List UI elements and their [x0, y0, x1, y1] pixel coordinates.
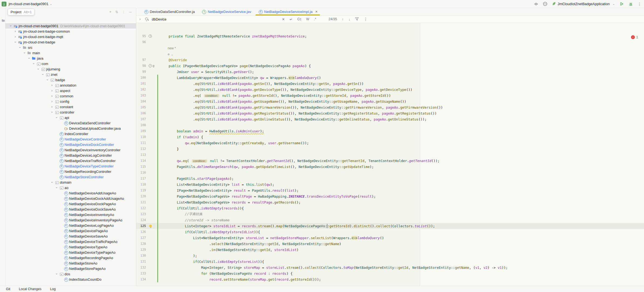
tree-item-NetBadgeDeviceLogPageAo[interactable]: NetBadgeDeviceLogPageAo: [5, 223, 136, 228]
search-icon[interactable]: [145, 17, 149, 21]
overrides-method-icon[interactable]: ↑: [149, 64, 152, 67]
tree-item-dos[interactable]: ›dos: [5, 271, 136, 277]
whole-words-toggle[interactable]: W: [306, 17, 309, 21]
chevron-collapsed-icon[interactable]: ›: [50, 105, 54, 109]
git-tool-window-button[interactable]: Git: [6, 287, 10, 291]
chevron-expanded-icon[interactable]: ›: [46, 78, 49, 82]
tree-item-java[interactable]: ›java: [5, 56, 136, 61]
tree-item-NetBadgeDeviceTrafficPageAo[interactable]: NetBadgeDeviceTrafficPageAo: [5, 239, 136, 244]
code-line-111[interactable]: 111 qw.eq(NetBadgeDeviceEntity::getCreat…: [136, 140, 644, 146]
local-changes-tab[interactable]: Local Changes: [19, 287, 41, 291]
code-line-134[interactable]: 134 record.setStoreName(storeMap.get(rec…: [136, 276, 644, 282]
code-line-96[interactable]: 96: [136, 39, 644, 45]
tree-item-common[interactable]: ›common: [5, 93, 136, 99]
tree-item-NetBadgeStoreAo[interactable]: NetBadgeStoreAo: [5, 260, 136, 266]
code-line-112[interactable]: 112 }: [136, 146, 644, 152]
code-line-104[interactable]: 104 .eq(StrUtil.isNotBlank(pageAo.getUsa…: [136, 98, 644, 104]
code-line-130[interactable]: 130 );: [136, 253, 644, 259]
tree-item-controller[interactable]: ›controller: [5, 109, 136, 115]
chevron-collapsed-icon[interactable]: ›: [13, 29, 17, 33]
tree-item-NetBadgeDeviceLogController[interactable]: NetBadgeDeviceLogController: [5, 153, 136, 158]
chevron-expanded-icon[interactable]: ›: [18, 46, 22, 50]
close-tab-icon[interactable]: ✕: [315, 10, 318, 13]
toolbar-customize-icon[interactable]: [534, 2, 539, 6]
tree-item-jm-cloud-znet-badge[interactable]: ›jm-cloud-znet-badge: [5, 39, 136, 45]
code-line-101[interactable]: 101 .eq(StrUtil.isNotBlank(pageAo.getSn(…: [136, 81, 644, 87]
code-line-107[interactable]: 107 .eq(StrUtil.isNotBlank(pageAo.getOnl…: [136, 116, 644, 122]
chevron-expanded-icon[interactable]: ›: [55, 116, 59, 120]
debug-button[interactable]: [628, 2, 633, 6]
tree-item-NetBadgeStorePageAo[interactable]: NetBadgeStorePageAo: [5, 266, 136, 271]
more-options-button[interactable]: ⋮: [122, 10, 125, 14]
previous-occurrence-button[interactable]: ↑: [342, 17, 344, 21]
expand-search-icon[interactable]: ›: [139, 17, 141, 21]
code-line-100[interactable]: 100 LambdaQueryWrapper<NetBadgeDeviceEnt…: [136, 75, 644, 81]
tree-item-NetBadgeDeviceDockAddUsageAo[interactable]: NetBadgeDeviceDockAddUsageAo: [5, 196, 136, 201]
chevron-collapsed-icon[interactable]: ›: [50, 99, 54, 103]
tree-item-NetBadgeDeviceDockController[interactable]: NetBadgeDeviceDockController: [5, 142, 136, 147]
tree-item-DeviceDataSendController[interactable]: DeviceDataSendController: [5, 120, 136, 126]
tree-item-jm-cloud-znet-badge0901[interactable]: ›jm-cloud-znet-badge0901D:\work\idea\v4\…: [5, 23, 136, 29]
lightbulb-icon[interactable]: [149, 225, 152, 227]
chevron-collapsed-icon[interactable]: ›: [50, 89, 54, 92]
project-tool-window-icon[interactable]: [1, 19, 5, 22]
code-inlay-row[interactable]: ⚙ ⌄: [136, 51, 644, 57]
code-line-106[interactable]: 106 .eq(StrUtil.isNotBlank(pageAo.getReg…: [136, 110, 644, 116]
tree-item-IndexController[interactable]: IndexController: [5, 131, 136, 136]
chevron-collapsed-icon[interactable]: ›: [50, 83, 54, 87]
tree-item-badge[interactable]: ›badge: [5, 77, 136, 83]
code-line-131[interactable]: 131 if(CollUtil.isNotEmpty(storeList)){: [136, 259, 644, 264]
chevron-expanded-icon[interactable]: ›: [23, 51, 26, 55]
search-input[interactable]: dbDevice: [152, 17, 166, 21]
code-editor[interactable]: 95 private final ZnetBadgeMqttRemoteServ…: [136, 23, 644, 286]
chevron-expanded-icon[interactable]: ›: [50, 110, 54, 114]
gear-chevron-icon[interactable]: ⚙ ⌄: [168, 53, 173, 56]
code-line-108[interactable]: 108: [136, 122, 644, 128]
tree-item-aspect[interactable]: ›aspect: [5, 88, 136, 93]
code-line-128[interactable]: 128 .select(NetBadgeStoreEntity::getId, …: [136, 241, 644, 247]
code-line-126[interactable]: 126 if(CollUtil.isNotEmpty(storeIdList))…: [136, 229, 644, 235]
code-line-122[interactable]: 122 if(CollUtil.isNotEmpty(records)){: [136, 205, 644, 211]
code-line-109[interactable]: 109 boolean admin = HwBadgeUtils.isAdmin…: [136, 128, 644, 134]
tree-item-NetBadgeDeviceDockPageAo[interactable]: NetBadgeDeviceDockPageAo: [5, 201, 136, 207]
tree-item-jm-cloud-zent-badge-common[interactable]: ›jm-cloud-zent-badge-common: [5, 29, 136, 34]
tree-item-DeviceDataUploadController.java[interactable]: DeviceDataUploadController.java: [5, 126, 136, 131]
code-line-110[interactable]: 110 if (!admin) {: [136, 134, 644, 140]
code-line-99[interactable]: 99 JmUser user = SecurityUtils.getUser()…: [136, 69, 644, 75]
tree-item-NetBadgeStoreController[interactable]: NetBadgeStoreController: [5, 174, 136, 180]
code-inlay-row[interactable]: new *: [136, 45, 644, 51]
log-tab[interactable]: Log: [50, 287, 56, 291]
chevron-expanded-icon[interactable]: ›: [41, 73, 45, 77]
code-line-97[interactable]: 97 @Override: [136, 57, 644, 63]
more-actions-icon[interactable]: ⋮: [638, 2, 641, 6]
chevron-collapsed-icon[interactable]: ›: [50, 94, 54, 98]
tree-item-annotation[interactable]: ›annotation: [5, 83, 136, 88]
code-line-114[interactable]: 114 qw.eq( condition: null != TenantCont…: [136, 158, 644, 164]
hide-panel-button[interactable]: ─: [129, 10, 132, 14]
code-line-118[interactable]: 118 List<NetBadgeDeviceEntity> list = th…: [136, 181, 644, 187]
chevron-expanded-icon[interactable]: ›: [9, 24, 13, 28]
tree-item-ao[interactable]: ›ao: [5, 185, 136, 190]
code-line-116[interactable]: 116: [136, 170, 644, 176]
tree-item-IndexStatusCountDo[interactable]: IndexStatusCountDo: [5, 277, 136, 282]
tree-item-jxjumeng[interactable]: ›jxjumeng: [5, 66, 136, 72]
grid-circle-icon[interactable]: [543, 2, 548, 6]
tab-netbadgedeviceserviceimpl[interactable]: NetBadgeDeviceServiceImpl.ja ✕: [254, 8, 321, 15]
code-line-98[interactable]: 98↑@ public IPage<NetBadgeDevicePageVo> …: [136, 63, 644, 69]
tree-item-domain[interactable]: ›domain: [5, 180, 136, 185]
code-line-95[interactable]: 95 private final ZnetBadgeMqttRemoteServ…: [136, 33, 644, 39]
project-tool-window-header[interactable]: Project Alt+1: [8, 9, 35, 15]
tree-item-main[interactable]: ›main: [5, 50, 136, 56]
tab-devicedatasendcontroller[interactable]: DeviceDataSendController.ja: [140, 8, 198, 15]
chevron-expanded-icon[interactable]: ›: [50, 180, 54, 184]
chevron-expanded-icon[interactable]: ›: [27, 56, 31, 60]
project-avatar[interactable]: j: [2, 2, 6, 6]
locate-file-button[interactable]: ⌖: [110, 10, 111, 14]
tree-item-znet[interactable]: ›znet: [5, 72, 136, 77]
code-line-129[interactable]: 129 .in(NetBadgeStoreEntity::getId, stor…: [136, 247, 644, 253]
tree-item-NetBadgeDeviceController[interactable]: NetBadgeDeviceController: [5, 136, 136, 142]
search-more-options-icon[interactable]: ⋮: [364, 17, 367, 21]
tree-item-NetBadgeDeviceTypePageAo[interactable]: NetBadgeDeviceTypePageAo: [5, 250, 136, 255]
tree-item-NetBadgeDeviceAddUsageAo[interactable]: NetBadgeDeviceAddUsageAo: [5, 190, 136, 196]
run-configuration-widget[interactable]: JmCloudIotZnetBadgeApplication ⌄: [552, 2, 615, 6]
